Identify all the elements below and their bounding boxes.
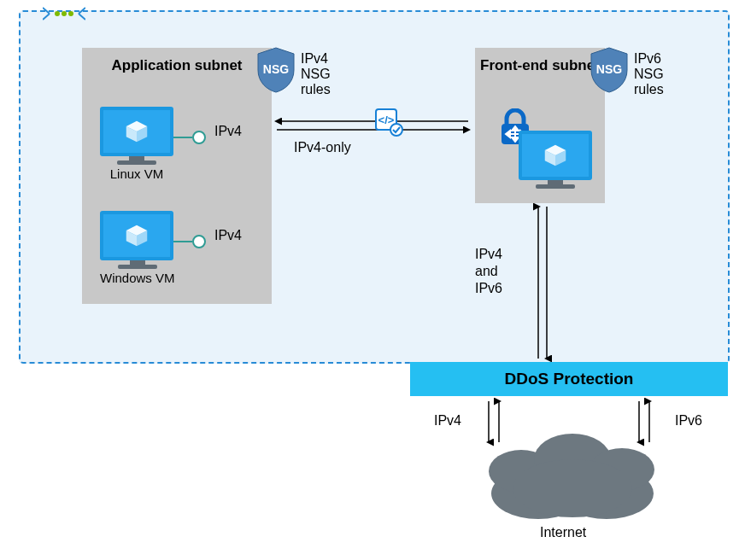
linux-vm: Linux VM	[100, 107, 173, 181]
svg-text:NSG: NSG	[263, 62, 289, 76]
nic-linux	[173, 131, 206, 144]
nic-windows-label: IPv4	[214, 228, 242, 243]
frontend-subnet: Front-end subnet	[475, 48, 605, 203]
ipv4-ipv6-label: IPv4 and IPv6	[475, 246, 502, 297]
app-nsg-shield-icon: NSG	[255, 46, 297, 97]
vnet-handle-icon	[43, 4, 85, 26]
monitor-icon	[100, 107, 173, 156]
internet-label: Internet	[540, 525, 586, 540]
diagram-canvas: Application subnet Linux VM IPv4	[0, 0, 745, 560]
ddos-label: DDoS Protection	[505, 370, 634, 388]
svg-point-25	[390, 124, 402, 136]
internet-cloud-icon	[478, 427, 666, 528]
cube-icon	[543, 143, 567, 167]
fe-subnet-title: Front-end subnet	[476, 57, 604, 74]
fe-nsg-shield-icon: NSG	[588, 46, 631, 97]
monitor-icon	[100, 211, 173, 260]
application-subnet: Application subnet Linux VM IPv4	[82, 48, 272, 304]
nic-windows	[173, 235, 206, 248]
svg-point-2	[68, 11, 73, 16]
ipv4-only-label: IPv4-only	[294, 140, 351, 155]
svg-text:</>: </>	[378, 114, 395, 126]
linux-vm-label: Linux VM	[100, 166, 173, 181]
ddos-protection-bar: DDoS Protection	[410, 362, 728, 396]
windows-vm: Windows VM	[100, 211, 175, 285]
svg-point-0	[55, 11, 60, 16]
monitor-icon	[519, 131, 592, 180]
app-proxy-icon: </>	[374, 108, 405, 142]
svg-point-1	[62, 11, 67, 16]
frontend-vm	[519, 131, 592, 189]
cube-icon	[125, 224, 149, 248]
app-subnet-title: Application subnet	[83, 57, 271, 74]
frontend-ddos-arrows	[530, 201, 555, 364]
svg-text:NSG: NSG	[596, 62, 622, 76]
ipv4-label: IPv4	[434, 413, 461, 429]
app-nsg-label: IPv4 NSG rules	[301, 51, 331, 97]
cube-icon	[125, 120, 149, 143]
nic-linux-label: IPv4	[214, 124, 242, 139]
svg-point-37	[513, 459, 632, 517]
windows-vm-label: Windows VM	[100, 271, 175, 285]
fe-nsg-label: IPv6 NSG rules	[634, 51, 664, 97]
ipv6-label: IPv6	[675, 413, 702, 429]
